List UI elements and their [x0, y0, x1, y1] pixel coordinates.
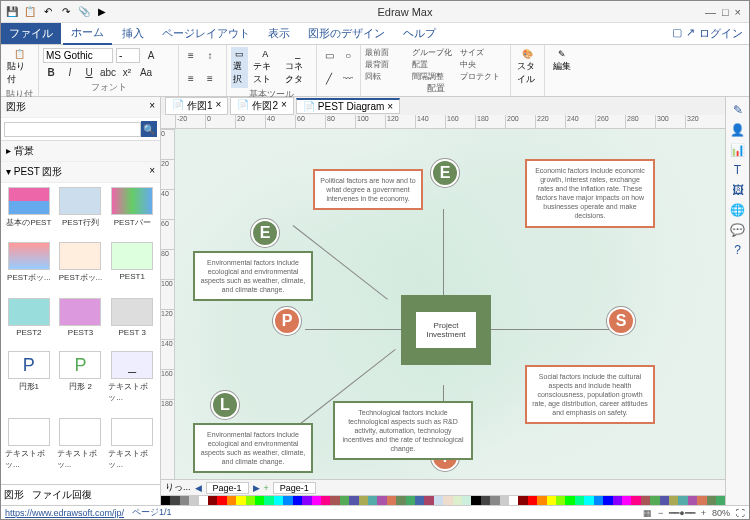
- node-e-left[interactable]: E: [251, 219, 279, 247]
- pest-section[interactable]: ▾ PEST 図形×: [1, 162, 160, 183]
- minimize-button[interactable]: —: [705, 6, 716, 18]
- font-size-select[interactable]: [116, 48, 140, 63]
- login-link[interactable]: ログイン: [699, 26, 743, 41]
- textbox-env2[interactable]: Environmental factors include ecological…: [193, 423, 313, 473]
- view-tab[interactable]: 表示: [260, 23, 298, 44]
- globe-icon[interactable]: 🌐: [730, 203, 745, 217]
- doctab-2[interactable]: 📄作図2×: [230, 97, 293, 115]
- pencil-icon[interactable]: ✎: [733, 103, 743, 117]
- bold-button[interactable]: B: [43, 64, 59, 80]
- strike-button[interactable]: abc: [100, 64, 116, 80]
- super-button[interactable]: x²: [119, 64, 135, 80]
- shape-item[interactable]: PESTボッ...: [5, 242, 53, 293]
- undo-icon[interactable]: ↶: [41, 5, 55, 19]
- help-icon[interactable]: ?: [734, 243, 741, 257]
- recovery-tab[interactable]: ファイル回復: [32, 488, 92, 502]
- paste-button[interactable]: 📋貼り付: [5, 47, 34, 88]
- select-tool[interactable]: ▭選択: [231, 47, 248, 88]
- textbox-economic[interactable]: Economic factors include economic growth…: [525, 159, 655, 228]
- shape-item[interactable]: PESTバー: [108, 187, 156, 238]
- send-back-button[interactable]: 最背面: [365, 59, 411, 70]
- size-button[interactable]: サイズ: [460, 47, 506, 58]
- align-center-button[interactable]: ≡: [202, 71, 218, 87]
- curve-shape-button[interactable]: 〰: [340, 71, 356, 87]
- zoom-slider[interactable]: ━━●━━: [669, 508, 694, 518]
- align-left-button[interactable]: ≡: [183, 71, 199, 87]
- text-icon[interactable]: T: [734, 163, 741, 177]
- color-strip[interactable]: [161, 495, 725, 505]
- shape-item[interactable]: PESTボッ...: [57, 242, 105, 293]
- underline-button[interactable]: U: [81, 64, 97, 80]
- shape-item[interactable]: テキストボッ...: [57, 418, 105, 480]
- node-p[interactable]: P: [273, 307, 301, 335]
- url-text[interactable]: https://www.edrawsoft.com/jp/: [5, 508, 124, 518]
- image-icon[interactable]: 🖼: [732, 183, 744, 197]
- search-icon[interactable]: 🔍: [141, 121, 157, 137]
- user-icon[interactable]: 👤: [730, 123, 745, 137]
- node-e-top[interactable]: E: [431, 159, 459, 187]
- font-color-icon[interactable]: A: [143, 47, 159, 63]
- italic-button[interactable]: I: [62, 64, 78, 80]
- center-button[interactable]: 中央: [460, 59, 506, 70]
- case-button[interactable]: Aa: [138, 64, 154, 80]
- doctab-3[interactable]: 📄PEST Diagram×: [296, 98, 400, 114]
- doctab-1[interactable]: 📄作図1×: [165, 97, 228, 115]
- bring-front-button[interactable]: 最前面: [365, 47, 411, 58]
- zoom-out-button[interactable]: −: [658, 508, 663, 518]
- close-button[interactable]: ×: [735, 6, 741, 18]
- save-icon[interactable]: 💾: [5, 5, 19, 19]
- line-shape-button[interactable]: ╱: [321, 71, 337, 87]
- search-input[interactable]: [4, 122, 141, 137]
- canvas[interactable]: Project Investment E E P S T L Political…: [175, 129, 725, 479]
- shapes-tab[interactable]: 図形: [4, 488, 24, 502]
- shape-item[interactable]: テキストボッ...: [5, 418, 53, 480]
- shape-item[interactable]: P円形 2: [57, 351, 105, 413]
- rotate-button[interactable]: 回転: [365, 71, 411, 82]
- rect-shape-button[interactable]: ▭: [321, 47, 337, 63]
- insert-tab[interactable]: 挿入: [114, 23, 152, 44]
- share-icon[interactable]: ↗: [686, 26, 695, 41]
- shape-item[interactable]: P円形1: [5, 351, 53, 413]
- bullets-button[interactable]: ≡: [183, 47, 199, 63]
- edit-button[interactable]: ✎編集: [549, 47, 575, 75]
- home-tab[interactable]: ホーム: [63, 22, 112, 45]
- paste-icon[interactable]: 📋: [23, 5, 37, 19]
- connector-tool[interactable]: ⎯コネクタ: [283, 47, 312, 88]
- design-tab[interactable]: 図形のデザイン: [300, 23, 393, 44]
- distribute-button[interactable]: 間隔調整: [412, 71, 458, 82]
- shape-item[interactable]: _テキストボッ...: [108, 351, 156, 413]
- page-tab-2[interactable]: Page-1: [273, 482, 316, 494]
- chart-icon[interactable]: 📊: [730, 143, 745, 157]
- shape-item[interactable]: PEST行列: [57, 187, 105, 238]
- collapse-ribbon-icon[interactable]: ▢: [672, 26, 682, 41]
- file-tab[interactable]: ファイル: [1, 23, 61, 44]
- style-button[interactable]: 🎨スタイル: [515, 47, 540, 88]
- redo-icon[interactable]: ↷: [59, 5, 73, 19]
- bg-section[interactable]: ▸ 背景: [1, 141, 160, 162]
- spacing-button[interactable]: ↕: [202, 47, 218, 63]
- ellipse-shape-button[interactable]: ○: [340, 47, 356, 63]
- maximize-button[interactable]: □: [722, 6, 729, 18]
- fit-icon[interactable]: ⛶: [736, 508, 745, 518]
- textbox-tech[interactable]: Technological factors include technologi…: [333, 401, 473, 460]
- node-l[interactable]: L: [211, 391, 239, 419]
- center-node[interactable]: Project Investment: [401, 295, 491, 365]
- pagelayout-tab[interactable]: ページレイアウト: [154, 23, 258, 44]
- group-button[interactable]: グループ化: [412, 47, 458, 58]
- node-s[interactable]: S: [607, 307, 635, 335]
- add-page-button[interactable]: +: [264, 483, 269, 493]
- font-name-select[interactable]: [43, 48, 113, 63]
- textbox-political[interactable]: Political factors are how and to what de…: [313, 169, 423, 210]
- comment-icon[interactable]: 💬: [730, 223, 745, 237]
- shape-item[interactable]: PEST2: [5, 298, 53, 347]
- zoom-in-button[interactable]: +: [701, 508, 706, 518]
- shape-item[interactable]: 基本のPEST: [5, 187, 53, 238]
- textbox-env1[interactable]: Environmental factors include ecological…: [193, 251, 313, 301]
- view-icon[interactable]: ▦: [643, 508, 652, 518]
- page-tab-1[interactable]: Page-1: [206, 482, 249, 494]
- play-icon[interactable]: ▶: [95, 5, 109, 19]
- protect-button[interactable]: プロテクト: [460, 71, 506, 82]
- text-tool[interactable]: Aテキスト: [251, 47, 280, 88]
- shape-item[interactable]: PEST 3: [108, 298, 156, 347]
- textbox-social[interactable]: Social factors include the cultural aspe…: [525, 365, 655, 424]
